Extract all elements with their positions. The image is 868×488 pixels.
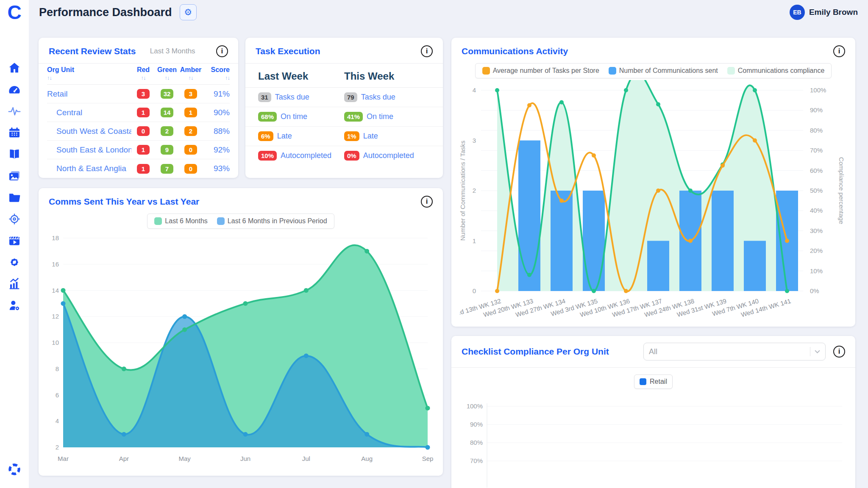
org-unit-link[interactable]: Retail [47, 89, 131, 99]
checklist-compliance-card: Checklist Compliance Per Org Unit All i … [451, 336, 855, 488]
count-badge: 0 [184, 145, 197, 155]
score-value: 93% [203, 164, 230, 173]
legend-tasks-per-store[interactable]: Average number of Tasks per Store [482, 67, 599, 75]
sidebar-item-gallery[interactable] [7, 169, 22, 183]
user-name[interactable]: Emily Brown [809, 8, 858, 17]
chevron-down-icon [815, 350, 820, 354]
folder-icon [8, 191, 21, 204]
table-header: Org Unit↑↓ Red↑↓ Green↑↓ Amber↑↓ Score↑↓ [47, 64, 230, 85]
svg-text:80%: 80% [810, 127, 823, 134]
table-row[interactable]: South West & Coastal02288% [47, 122, 230, 141]
sidebar-item-library[interactable] [7, 147, 22, 161]
task-metric-row: 31Tasks due79Tasks due [245, 88, 443, 107]
sidebar-item-locations[interactable] [7, 212, 22, 226]
task-metric-label[interactable]: Tasks due [275, 93, 309, 102]
red-count-cell: 1 [131, 145, 155, 155]
col-score: Score [211, 66, 230, 74]
task-metric-label[interactable]: Tasks due [361, 93, 395, 102]
sort-icon[interactable]: ↑↓ [225, 75, 230, 81]
count-badge: 9 [161, 145, 173, 155]
green-count-cell: 2 [155, 126, 179, 136]
gear-icon: ⚙ [184, 7, 192, 17]
col-red: Red [137, 66, 150, 74]
sort-icon[interactable]: ↑↓ [141, 75, 146, 81]
org-unit-link[interactable]: North & East Anglia [47, 164, 131, 173]
org-unit-link[interactable]: Central [47, 108, 131, 117]
svg-text:70%: 70% [810, 147, 823, 154]
sidebar-item-analytics[interactable] [7, 277, 22, 291]
svg-text:50%: 50% [810, 187, 823, 194]
sidebar-item-help[interactable] [7, 463, 22, 476]
task-metric-label[interactable]: Late [363, 132, 378, 141]
info-icon[interactable]: i [833, 45, 845, 57]
legend-last-6-months[interactable]: Last 6 Months [154, 217, 208, 225]
svg-text:4: 4 [473, 86, 476, 94]
org-unit-link[interactable]: South East & London [47, 145, 131, 155]
amber-count-cell: 0 [179, 164, 203, 174]
svg-text:0: 0 [473, 287, 476, 294]
top-header: Performance Dashboard ⚙ EB Emily Brown [29, 0, 868, 25]
select-value: All [649, 347, 657, 356]
org-unit-select[interactable]: All [643, 343, 826, 360]
sidebar-item-files[interactable] [7, 191, 22, 204]
sidebar-item-user-admin[interactable] [7, 299, 22, 312]
svg-text:Jun: Jun [240, 455, 250, 462]
review-stats-table-body: Retail332391%Central114190%South West & … [47, 85, 230, 178]
svg-text:14: 14 [52, 287, 59, 294]
count-badge: 79 [344, 92, 357, 102]
task-metric-label[interactable]: On time [367, 112, 393, 121]
sidebar-item-dashboard[interactable] [7, 83, 22, 96]
library-book-icon [8, 147, 21, 161]
org-unit-link[interactable]: South West & Coastal [47, 127, 131, 136]
svg-text:16: 16 [52, 261, 59, 268]
task-metric-label[interactable]: Late [277, 132, 292, 141]
comms-sent-chart: 24681012141618MarAprMayJunJulAugSep [47, 232, 434, 464]
svg-text:Jul: Jul [302, 455, 310, 462]
red-count-cell: 1 [131, 164, 155, 174]
task-metric-label[interactable]: Autocompleted [281, 151, 331, 160]
app-logo[interactable]: C [0, 0, 29, 25]
task-metric-label[interactable]: On time [281, 112, 307, 121]
legend-communications-sent[interactable]: Number of Communications sent [609, 67, 718, 75]
count-badge: 41% [344, 112, 363, 122]
legend-communications-compliance[interactable]: Communications compliance [727, 67, 825, 75]
table-row[interactable]: South East & London19092% [47, 141, 230, 159]
info-icon[interactable]: i [421, 45, 433, 57]
sidebar-item-home[interactable] [7, 61, 22, 75]
table-row[interactable]: North & East Anglia17093% [47, 159, 230, 178]
dashboard-settings-button[interactable]: ⚙ [180, 4, 197, 20]
info-icon[interactable]: i [421, 196, 433, 208]
legend-previous-period[interactable]: Last 6 Months in Previous Period [217, 217, 327, 225]
count-badge: 6% [258, 131, 273, 141]
count-badge: 1 [184, 108, 197, 117]
score-value: 88% [203, 127, 230, 136]
avatar[interactable]: EB [790, 5, 805, 20]
svg-text:60%: 60% [810, 167, 823, 174]
count-badge: 2 [161, 126, 173, 136]
svg-text:6: 6 [56, 391, 59, 399]
target-icon [8, 212, 21, 226]
score-value: 91% [203, 89, 230, 99]
sidebar-item-media[interactable] [7, 234, 22, 247]
communications-activity-card: Communications Activity i Average number… [451, 38, 855, 327]
table-row[interactable]: Central114190% [47, 103, 230, 122]
sort-icon[interactable]: ↑↓ [47, 75, 131, 81]
task-metric-label[interactable]: Autocompleted [363, 151, 414, 160]
sidebar-item-activity[interactable] [7, 104, 22, 118]
sort-icon[interactable]: ↑↓ [165, 75, 170, 81]
svg-text:10%: 10% [810, 267, 823, 274]
legend-retail[interactable]: Retail [634, 374, 673, 389]
svg-text:Number of Communications / Tas: Number of Communications / Tasks [460, 141, 466, 241]
svg-text:90%: 90% [810, 106, 823, 114]
sidebar-item-calendar[interactable] [7, 126, 22, 139]
task-metric-cell: 41%On time [344, 112, 430, 122]
svg-text:30%: 30% [810, 227, 823, 234]
sort-icon[interactable]: ↑↓ [189, 75, 193, 81]
info-icon[interactable]: i [833, 346, 845, 358]
sidebar-item-tools[interactable] [7, 255, 22, 269]
table-row[interactable]: Retail332391% [47, 85, 230, 103]
svg-text:1: 1 [473, 237, 476, 244]
info-icon[interactable]: i [216, 45, 228, 57]
svg-text:2: 2 [473, 187, 476, 194]
count-badge: 1 [137, 164, 150, 174]
